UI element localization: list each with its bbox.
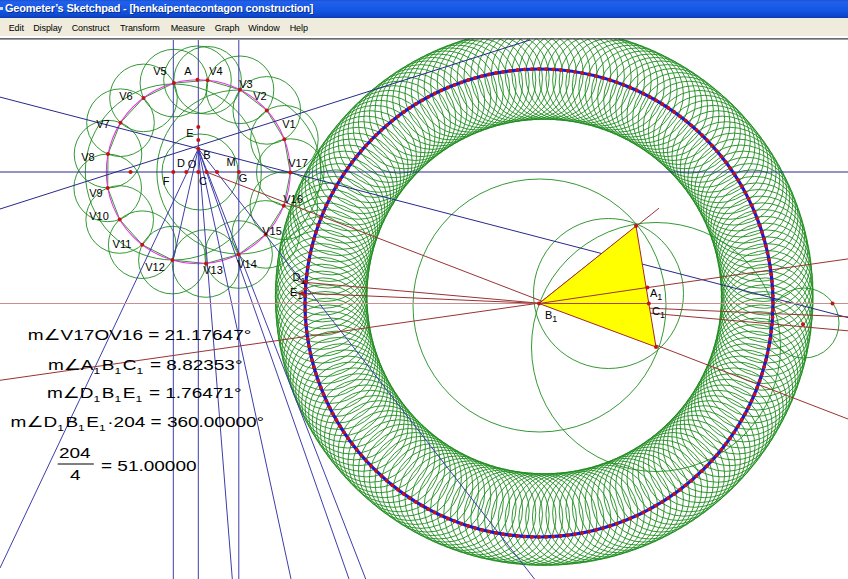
svg-text:V12: V12 <box>145 261 165 273</box>
svg-text:V13: V13 <box>203 264 223 276</box>
svg-text:m∠A1 B1 C1 = 8.82353°: m∠A1 B1 C1 = 8.82353° <box>48 356 243 376</box>
svg-text:V3: V3 <box>239 78 252 90</box>
svg-text:V10: V10 <box>89 210 109 222</box>
svg-text:V1: V1 <box>282 118 295 130</box>
svg-text:V6: V6 <box>119 90 132 102</box>
svg-text:G: G <box>239 172 248 184</box>
svg-text:m∠V17OV16 = 21.17647°: m∠V17OV16 = 21.17647° <box>28 325 252 343</box>
svg-text:V2: V2 <box>253 90 266 102</box>
svg-text:m∠D1 B1 E1 = 1.76471°: m∠D1 B1 E1 = 1.76471° <box>47 383 241 403</box>
svg-text:V9: V9 <box>89 187 102 199</box>
svg-text:C: C <box>199 175 207 187</box>
svg-text:V4: V4 <box>209 65 222 77</box>
svg-text:V14: V14 <box>237 258 257 270</box>
svg-text:V8: V8 <box>81 151 94 163</box>
svg-text:F: F <box>163 175 170 187</box>
svg-text:V11: V11 <box>113 238 132 250</box>
svg-text:V15: V15 <box>262 225 282 237</box>
svg-text:O: O <box>188 158 197 170</box>
svg-text:V17: V17 <box>288 157 308 169</box>
svg-text:4: 4 <box>70 465 81 483</box>
svg-text:= 51.00000: = 51.00000 <box>101 457 197 475</box>
svg-text:V7: V7 <box>96 118 109 130</box>
svg-text:E: E <box>186 127 193 139</box>
svg-text:M: M <box>226 156 235 168</box>
svg-text:m∠D1 B1 E1 ·204 = 360.00000°: m∠D1 B1 E1 ·204 = 360.00000° <box>11 413 265 433</box>
svg-text:A: A <box>184 65 192 77</box>
svg-text:V5: V5 <box>153 65 166 77</box>
svg-text:V16: V16 <box>283 193 303 205</box>
svg-text:B: B <box>203 149 210 161</box>
svg-text:D: D <box>177 157 185 169</box>
svg-text:204: 204 <box>59 444 91 462</box>
